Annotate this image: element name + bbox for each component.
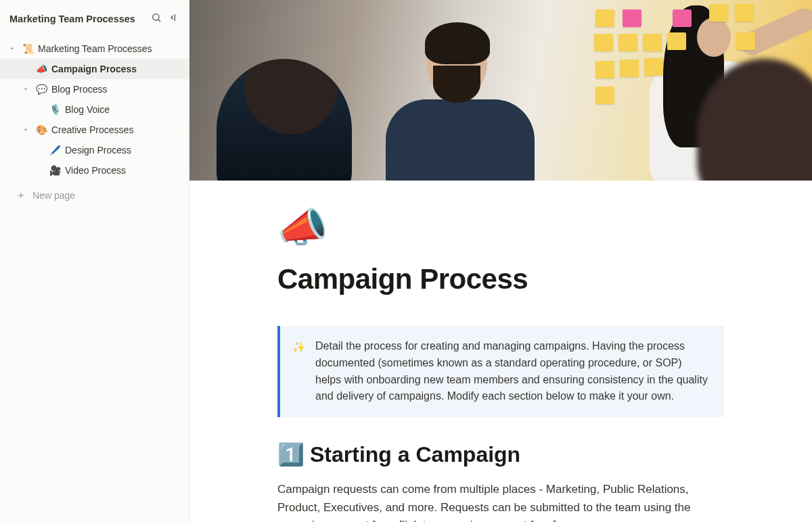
callout-text: Detail the process for creating and mana… bbox=[315, 338, 709, 405]
sidebar-item-marketing-team-processes[interactable]: 📜Marketing Team Processes bbox=[0, 39, 189, 59]
sidebar-item-creative-processes[interactable]: 🎨Creative Processes bbox=[0, 120, 189, 140]
chevron-down-icon bbox=[20, 64, 31, 74]
main-content: 📣 Campaign Process ✨ Detail the process … bbox=[189, 0, 812, 522]
sidebar-header: Marketing Team Processes bbox=[0, 12, 189, 36]
plus-icon bbox=[16, 191, 26, 200]
page-emoji-icon: 🖊️ bbox=[49, 145, 61, 156]
body-paragraph[interactable]: Campaign requests can come from multiple… bbox=[277, 481, 724, 522]
chevron-down-icon[interactable] bbox=[7, 43, 18, 54]
page-emoji-icon: 📣 bbox=[35, 64, 47, 74]
sidebar-item-label: Design Process bbox=[65, 145, 182, 156]
sparkle-icon: ✨ bbox=[292, 339, 306, 405]
sidebar-item-label: Blog Voice bbox=[65, 104, 182, 115]
page-emoji-icon: 🎙️ bbox=[49, 104, 61, 115]
sidebar-item-video-process[interactable]: 🎥Video Process bbox=[0, 160, 189, 181]
sidebar-item-blog-voice[interactable]: 🎙️Blog Voice bbox=[0, 99, 189, 120]
sidebar-item-campaign-process[interactable]: 📣Campaign Process bbox=[0, 59, 189, 79]
body-text: Campaign requests can come from multiple… bbox=[277, 483, 690, 522]
page-emoji-icon: 🎨 bbox=[35, 124, 47, 135]
page-icon[interactable]: 📣 bbox=[277, 208, 328, 248]
page-emoji-icon: 🎥 bbox=[49, 165, 61, 176]
new-page-label: New page bbox=[32, 190, 75, 201]
sidebar-item-label: Creative Processes bbox=[51, 124, 182, 135]
body-link-placeholder: [link to campaign request form]. bbox=[399, 519, 559, 522]
chevron-down-icon[interactable] bbox=[20, 124, 31, 135]
sidebar-item-blog-process[interactable]: 💬Blog Process bbox=[0, 79, 189, 99]
new-page-button[interactable]: New page bbox=[0, 185, 189, 206]
sidebar-item-label: Campaign Process bbox=[51, 64, 182, 74]
search-icon[interactable] bbox=[151, 12, 162, 25]
chevron-down-icon bbox=[34, 145, 45, 156]
info-callout[interactable]: ✨ Detail the process for creating and ma… bbox=[277, 326, 724, 417]
collapse-sidebar-icon[interactable] bbox=[168, 12, 179, 25]
cover-image[interactable] bbox=[189, 0, 812, 181]
section-heading-starting[interactable]: 1️⃣ Starting a Campaign bbox=[277, 442, 724, 467]
page-title[interactable]: Campaign Process bbox=[277, 263, 724, 295]
page-tree: 📜Marketing Team Processes📣Campaign Proce… bbox=[0, 36, 189, 181]
sidebar-item-label: Marketing Team Processes bbox=[38, 43, 182, 54]
svg-point-0 bbox=[153, 14, 159, 20]
sidebar-item-design-process[interactable]: 🖊️Design Process bbox=[0, 140, 189, 160]
page-emoji-icon: 💬 bbox=[35, 84, 47, 95]
sidebar-item-label: Video Process bbox=[65, 165, 182, 176]
chevron-down-icon bbox=[34, 104, 45, 115]
chevron-down-icon[interactable] bbox=[20, 84, 31, 95]
section-heading-text: Starting a Campaign bbox=[310, 442, 520, 467]
workspace-title[interactable]: Marketing Team Processes bbox=[9, 14, 151, 24]
page-emoji-icon: 📜 bbox=[22, 43, 34, 54]
keycap-one-icon: 1️⃣ bbox=[277, 442, 304, 467]
chevron-down-icon bbox=[34, 165, 45, 176]
svg-line-1 bbox=[158, 20, 160, 22]
sidebar-item-label: Blog Process bbox=[51, 84, 182, 95]
sidebar: Marketing Team Processes 📜Marketing Team… bbox=[0, 0, 189, 522]
